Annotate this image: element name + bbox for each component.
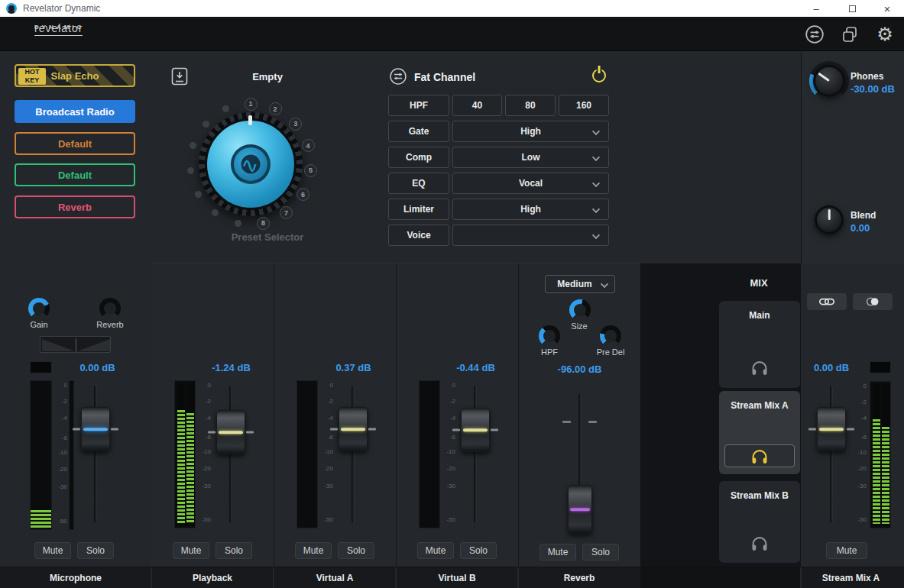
preset-position-1[interactable]: 1 — [245, 98, 258, 111]
mic-fader-handle[interactable] — [81, 407, 110, 451]
scale-tick: -50 — [446, 516, 455, 523]
link-button[interactable] — [807, 293, 847, 310]
stream-mix-b-monitor-button[interactable] — [724, 531, 795, 554]
virtual-b-solo-button[interactable]: Solo — [460, 542, 497, 559]
eq-preset-dropdown[interactable]: Vocal — [452, 173, 609, 194]
hotkey-slot-slap-echo[interactable]: HOTKEY Slap Echo — [15, 64, 135, 87]
preset-position-3[interactable]: 3 — [289, 118, 302, 131]
virtual-a-fader-track[interactable] — [352, 386, 355, 523]
limiter-button[interactable]: Limiter — [388, 199, 449, 220]
duplicate-icon[interactable] — [839, 24, 860, 45]
fat-channel-power-icon[interactable] — [592, 69, 606, 82]
eq-preset-value: Vocal — [519, 178, 543, 189]
hpf-80-button[interactable]: 80 — [505, 95, 556, 116]
gate-button[interactable]: Gate — [388, 121, 449, 142]
preset-position-8[interactable]: 8 — [257, 217, 270, 230]
preset-position-5[interactable]: 5 — [304, 164, 317, 177]
mic-gain-knob[interactable] — [28, 298, 50, 319]
preset-slot-label: Default — [58, 170, 92, 181]
channel-name-stream-mix-a: Stream Mix A — [801, 573, 901, 583]
chevron-down-icon — [592, 205, 600, 213]
virtual-b-mute-button[interactable]: Mute — [417, 542, 454, 559]
reverb-predelay-knob[interactable] — [600, 325, 621, 347]
scale-tick: 0 — [330, 382, 333, 389]
playback-fader-track[interactable] — [229, 386, 232, 523]
voice-preset-dropdown[interactable] — [452, 225, 609, 246]
channel-name-virtual-b: Virtual B — [411, 573, 503, 583]
fader-tab — [330, 428, 338, 431]
close-button[interactable]: × — [872, 0, 902, 17]
mix-card-stream-mix-b[interactable]: Stream Mix B — [719, 481, 800, 563]
reverb-preset-dropdown[interactable]: Medium — [545, 275, 615, 293]
scale-tick: -6 — [450, 434, 455, 441]
reverb-hpf-knob[interactable] — [539, 325, 560, 347]
preset-slot-broadcast-radio[interactable]: Broadcast Radio — [15, 100, 135, 123]
hpf-160-button[interactable]: 160 — [559, 95, 609, 116]
preset-position-6[interactable]: 6 — [296, 188, 309, 201]
scale-tick: -2 — [206, 398, 211, 405]
channel-name-bar: Microphone Playback Virtual A Virtual B … — [0, 567, 904, 588]
reverb-level-value: -96.00 dB — [547, 363, 612, 375]
playback-level-value: -1.24 dB — [199, 362, 264, 373]
meter-fill — [186, 413, 194, 524]
preset-position-2[interactable]: 2 — [269, 102, 282, 115]
reverb-fader-handle[interactable] — [568, 485, 592, 534]
preset-position-dot — [222, 105, 229, 112]
mix-card-stream-mix-a[interactable]: Stream Mix A — [719, 391, 800, 474]
fat-channel-title: Fat Channel — [414, 71, 475, 83]
preset-slot-default-2[interactable]: Default — [15, 163, 135, 186]
hpf-button[interactable]: HPF — [388, 95, 449, 116]
playback-meter-scale: 0-2-4-6-10-20-30-50 — [197, 380, 211, 528]
voice-button[interactable]: Voice — [388, 225, 449, 246]
mix-card-main[interactable]: Main — [719, 301, 800, 388]
mic-meter-fill — [31, 510, 51, 528]
scale-tick: -2 — [861, 399, 867, 405]
preset-position-4[interactable]: 4 — [302, 139, 315, 152]
playback-mute-button[interactable]: Mute — [173, 542, 209, 559]
blend-knob[interactable] — [815, 205, 844, 234]
reverb-mute-button[interactable]: Mute — [539, 544, 576, 561]
virtual-b-fader-handle[interactable] — [461, 408, 490, 452]
preset-slot-default-1[interactable]: Default — [15, 132, 135, 155]
scale-tick: -2 — [62, 398, 67, 405]
stream-mix-a-fader-track[interactable] — [830, 386, 833, 523]
mic-fader-track[interactable] — [94, 386, 97, 523]
reverb-solo-button[interactable]: Solo — [582, 544, 619, 561]
comp-preset-dropdown[interactable]: Low — [452, 147, 609, 168]
mic-pan-slider[interactable] — [40, 336, 111, 353]
settings-gear-icon[interactable]: ⚙ — [874, 24, 896, 45]
stream-mix-a-fader-handle[interactable] — [817, 407, 846, 451]
virtual-a-fader-handle[interactable] — [339, 407, 368, 451]
mic-mute-button[interactable]: Mute — [34, 542, 71, 559]
stream-mix-a-mute-button[interactable]: Mute — [826, 542, 867, 559]
preset-position-7[interactable]: 7 — [280, 206, 293, 219]
bottom-mix-gap — [640, 567, 801, 588]
eq-button[interactable]: EQ — [388, 173, 449, 194]
mic-solo-button[interactable]: Solo — [77, 542, 114, 559]
preset-slot-reverb[interactable]: Reverb — [15, 195, 135, 218]
reverb-size-knob[interactable] — [569, 299, 591, 321]
hpf-40-button[interactable]: 40 — [452, 95, 502, 116]
comp-button[interactable]: Comp — [388, 147, 449, 168]
main-monitor-button[interactable] — [724, 356, 795, 379]
stream-mix-a-monitor-button[interactable] — [724, 444, 795, 467]
maximize-button[interactable] — [837, 0, 867, 17]
virtual-a-mute-button[interactable]: Mute — [295, 542, 332, 559]
scale-tick: -4 — [861, 415, 867, 422]
phones-knob[interactable] — [813, 65, 845, 97]
playback-solo-button[interactable]: Solo — [215, 542, 252, 559]
stereo-mono-toggle[interactable] — [853, 293, 893, 310]
meter-bar — [882, 384, 889, 525]
mic-reverb-knob[interactable] — [99, 298, 121, 319]
limiter-preset-dropdown[interactable]: High — [452, 199, 609, 220]
fat-channel-toolbar-icon[interactable] — [804, 24, 825, 45]
gate-preset-dropdown[interactable]: High — [452, 121, 609, 142]
virtual-b-fader-track[interactable] — [474, 386, 477, 523]
monitor-panel: Phones -30.00 dB Blend 0.00 — [801, 51, 904, 263]
virtual-a-solo-button[interactable]: Solo — [338, 542, 374, 559]
scale-tick: -50 — [324, 516, 333, 523]
virtual-b-meter-scale: 0-2-4-6-10-20-30-50 — [442, 380, 455, 528]
fader-line — [219, 431, 243, 434]
minimize-button[interactable]: – — [801, 0, 831, 17]
playback-fader-handle[interactable] — [216, 410, 245, 454]
